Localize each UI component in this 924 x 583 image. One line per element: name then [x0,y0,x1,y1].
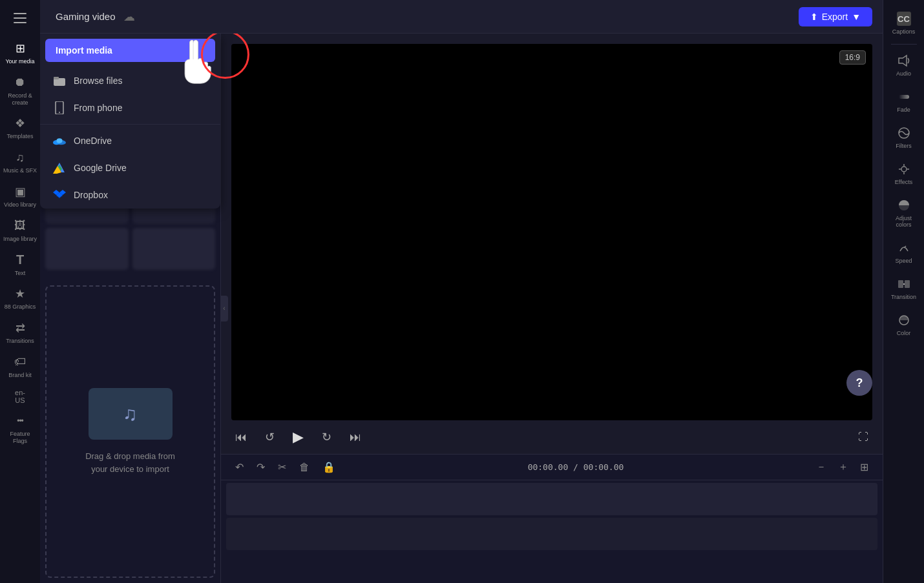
hamburger-menu-button[interactable] [7,5,33,31]
svg-point-22 [901,167,907,172]
timeline-zoom-controls: － ＋ ⊞ [812,458,872,476]
right-sidebar-item-color[interactable]: Color [883,307,925,343]
import-media-button[interactable]: Import media [45,39,215,62]
dropdown-divider [40,124,220,125]
fade-label: Fade [897,107,910,113]
record-icon: ⏺ [13,76,27,90]
media-thumb-3 [45,228,129,270]
sidebar-label-brand-kit: Brand kit [8,372,32,379]
captions-label: Captions [892,28,916,35]
right-sidebar-item-audio[interactable]: Audio [883,47,925,83]
media-drop-thumbnail: ♫ [89,388,173,440]
svg-rect-26 [905,280,910,288]
sidebar-item-text[interactable]: T Text [0,248,40,282]
sidebar-item-video-library[interactable]: ▣ Video library [0,179,40,214]
google-drive-item[interactable]: Google Drive [40,154,220,181]
menu-line [14,22,26,23]
onedrive-item[interactable]: OneDrive [40,127,220,154]
aspect-ratio-badge[interactable]: 16:9 [839,50,866,65]
cut-button[interactable]: ✂ [274,458,290,476]
undo-button[interactable]: ↶ [231,458,247,476]
project-title: Gaming video [56,11,116,22]
right-sidebar-divider-1 [891,44,917,45]
skip-to-start-button[interactable]: ⏮ [231,427,251,448]
timeline-audio-track [226,518,877,550]
help-button[interactable]: ? [846,370,872,396]
right-sidebar-item-adjust-colors[interactable]: Adjustcolors [883,192,925,234]
from-phone-item[interactable]: From phone [40,94,220,121]
rewind-button[interactable]: ↺ [261,426,278,448]
current-time: 00:00.00 [528,462,569,472]
sidebar-item-image-library[interactable]: 🖼 Image library [0,214,40,248]
cloud-save-icon: ☁ [123,10,135,24]
right-sidebar-item-speed[interactable]: Speed [883,234,925,271]
adjust-colors-icon [897,198,911,212]
transition-icon [897,277,911,291]
export-arrow-icon: ▼ [852,12,861,22]
dropbox-icon [53,189,66,201]
skip-to-end-button[interactable]: ⏭ [346,427,365,448]
sidebar-item-templates[interactable]: ❖ Templates [0,111,40,145]
top-bar: Gaming video ☁ ⬆ Export ▼ [40,0,883,34]
fast-forward-button[interactable]: ↻ [318,426,335,448]
sidebar-item-feature-flags[interactable]: ••• FeatureFlags [0,409,40,450]
graphics-icon: ★ [13,287,27,301]
speed-icon [897,241,911,255]
browse-files-item[interactable]: Browse files [40,67,220,94]
delete-button[interactable]: 🗑 [295,459,313,476]
right-sidebar-item-captions[interactable]: CC Captions [883,5,925,41]
sidebar-label-templates: Templates [6,133,33,140]
zoom-out-button[interactable]: － [812,458,830,476]
play-pause-button[interactable]: ▶ [289,425,308,449]
dropbox-label: Dropbox [74,190,108,200]
dropbox-item[interactable]: Dropbox [40,181,220,209]
templates-icon: ❖ [13,116,27,130]
drag-drop-area[interactable]: ♫ Drag & drop media from your device to … [45,285,215,578]
image-library-icon: 🖼 [13,219,27,233]
svg-point-6 [56,138,62,143]
effects-label: Effects [895,179,912,185]
svg-rect-1 [54,77,59,79]
fit-to-window-button[interactable]: ⊞ [856,458,872,476]
sidebar-item-en-us[interactable]: en-US [0,384,40,409]
google-drive-icon [53,161,66,174]
right-sidebar-item-fade[interactable]: Fade [883,83,925,119]
sidebar-item-your-media[interactable]: ⊞ Your media [0,36,40,70]
sidebar-item-brand-kit[interactable]: 🏷 Brand kit [0,350,40,384]
color-label: Color [897,330,911,336]
brand-kit-icon: 🏷 [13,355,27,369]
audio-label: Audio [896,70,911,77]
sidebar-label-record: Record &create [8,92,32,107]
content-row: Import media Browse files [40,34,883,583]
sidebar-item-graphics[interactable]: ★ 88 Graphics [0,281,40,316]
right-sidebar-item-transition[interactable]: Transition [883,271,925,307]
panel-collapse-handle[interactable]: ‹ [220,296,228,322]
filters-label: Filters [896,143,912,149]
sidebar-item-music[interactable]: ♫ Music & SFX [0,145,40,179]
right-sidebar: CC Captions Audio Fade [883,0,924,583]
timeline-toolbar: ↶ ↷ ✂ 🗑 🔒 00:00.00 / 00:00.00 － ＋ ⊞ [221,455,883,480]
zoom-in-button[interactable]: ＋ [834,458,852,476]
sidebar-label-graphics: 88 Graphics [5,303,36,311]
right-sidebar-item-filters[interactable]: Filters [883,119,925,156]
sidebar-item-record[interactable]: ⏺ Record &create [0,70,40,112]
lock-button[interactable]: 🔒 [319,458,339,476]
sidebar-label-video-library: Video library [4,201,36,209]
sidebar-label-text: Text [15,270,26,277]
export-upload-icon: ⬆ [810,12,818,22]
transition-label: Transition [891,294,916,300]
export-button[interactable]: ⬆ Export ▼ [799,7,872,26]
timeline-track [226,483,877,515]
right-sidebar-item-effects[interactable]: Effects [883,156,925,192]
transitions-icon: ⇄ [13,321,27,335]
sidebar-item-transitions[interactable]: ⇄ Transitions [0,316,40,350]
time-separator: / [573,462,583,472]
video-timeline-area: 16:9 ⏮ ↺ ▶ ↻ ⏭ ⛶ ↶ ↷ ✂ 🗑 🔒 [221,34,883,583]
browse-files-label: Browse files [74,76,122,86]
redo-button[interactable]: ↷ [253,458,269,476]
svg-rect-16 [899,95,909,99]
adjust-colors-label: Adjustcolors [896,215,912,228]
fullscreen-button[interactable]: ⛶ [854,427,872,447]
menu-line [14,13,26,14]
captions-icon: CC [897,12,911,26]
